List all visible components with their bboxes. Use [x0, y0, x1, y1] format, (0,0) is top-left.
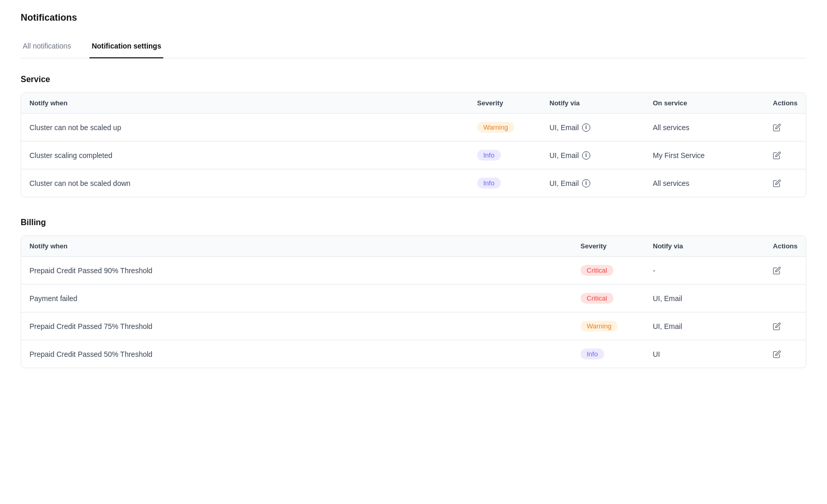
row-notify-when: Prepaid Credit Passed 75% Threshold [29, 322, 580, 330]
billing-col-severity: Severity [580, 242, 653, 250]
service-col-actions: Actions [756, 99, 798, 107]
info-icon[interactable]: i [582, 123, 590, 132]
row-notify-via: UI [653, 350, 756, 358]
service-col-notify-when: Notify when [29, 99, 477, 107]
table-row: Payment failed Critical UI, Email [21, 285, 806, 312]
severity-badge: Critical [580, 265, 614, 276]
severity-badge: Warning [580, 321, 618, 332]
edit-button[interactable] [756, 266, 798, 275]
info-icon[interactable]: i [582, 179, 590, 187]
info-icon[interactable]: i [582, 151, 590, 160]
row-notify-when: Payment failed [29, 294, 580, 303]
row-notify-via: UI, Email i [549, 123, 653, 132]
row-notify-when: Prepaid Credit Passed 50% Threshold [29, 350, 580, 358]
billing-col-notify-via: Notify via [653, 242, 756, 250]
service-section-title: Service [21, 75, 806, 84]
billing-section-title: Billing [21, 218, 806, 227]
billing-col-actions: Actions [756, 242, 798, 250]
row-notify-via: - [653, 266, 756, 275]
row-severity: Warning [580, 321, 653, 332]
severity-badge: Info [477, 178, 501, 188]
row-notify-via: UI, Email [653, 322, 756, 330]
row-on-service: All services [653, 179, 756, 187]
row-notify-when: Cluster can not be scaled up [29, 123, 477, 132]
service-table: Notify when Severity Notify via On servi… [21, 92, 806, 197]
edit-button[interactable] [756, 179, 798, 187]
row-notify-via: UI, Email i [549, 151, 653, 160]
row-notify-via: UI, Email i [549, 179, 653, 187]
edit-button[interactable] [756, 151, 798, 160]
row-on-service: My First Service [653, 151, 756, 160]
table-row: Cluster can not be scaled up Warning UI,… [21, 114, 806, 141]
page-title: Notifications [21, 12, 806, 23]
service-table-header: Notify when Severity Notify via On servi… [21, 93, 806, 114]
service-col-severity: Severity [477, 99, 549, 107]
row-severity: Critical [580, 265, 653, 276]
service-col-notify-via: Notify via [549, 99, 653, 107]
edit-button[interactable] [756, 123, 798, 132]
billing-table: Notify when Severity Notify via Actions … [21, 235, 806, 368]
row-on-service: All services [653, 123, 756, 132]
row-notify-when: Cluster can not be scaled down [29, 179, 477, 187]
edit-button[interactable] [756, 322, 798, 330]
row-severity: Warning [477, 122, 549, 133]
edit-button[interactable] [756, 350, 798, 358]
tab-notification-settings[interactable]: Notification settings [89, 36, 163, 58]
severity-badge: Info [477, 150, 501, 161]
row-severity: Info [580, 349, 653, 359]
table-row: Cluster can not be scaled down Info UI, … [21, 169, 806, 197]
row-severity: Info [477, 150, 549, 161]
row-severity: Info [477, 178, 549, 188]
tabs: All notifications Notification settings [21, 36, 806, 58]
severity-badge: Warning [477, 122, 514, 133]
row-notify-when: Cluster scaling completed [29, 151, 477, 160]
tab-all-notifications[interactable]: All notifications [21, 36, 73, 58]
service-section: Service Notify when Severity Notify via … [21, 75, 806, 197]
billing-section: Billing Notify when Severity Notify via … [21, 218, 806, 368]
severity-badge: Critical [580, 293, 614, 304]
service-col-on-service: On service [653, 99, 756, 107]
row-notify-via: UI, Email [653, 294, 756, 303]
billing-table-header: Notify when Severity Notify via Actions [21, 236, 806, 257]
table-row: Cluster scaling completed Info UI, Email… [21, 141, 806, 169]
severity-badge: Info [580, 349, 604, 359]
row-notify-when: Prepaid Credit Passed 90% Threshold [29, 266, 580, 275]
table-row: Prepaid Credit Passed 75% Threshold Warn… [21, 312, 806, 340]
row-severity: Critical [580, 293, 653, 304]
table-row: Prepaid Credit Passed 50% Threshold Info… [21, 340, 806, 368]
table-row: Prepaid Credit Passed 90% Threshold Crit… [21, 257, 806, 285]
billing-col-notify-when: Notify when [29, 242, 580, 250]
